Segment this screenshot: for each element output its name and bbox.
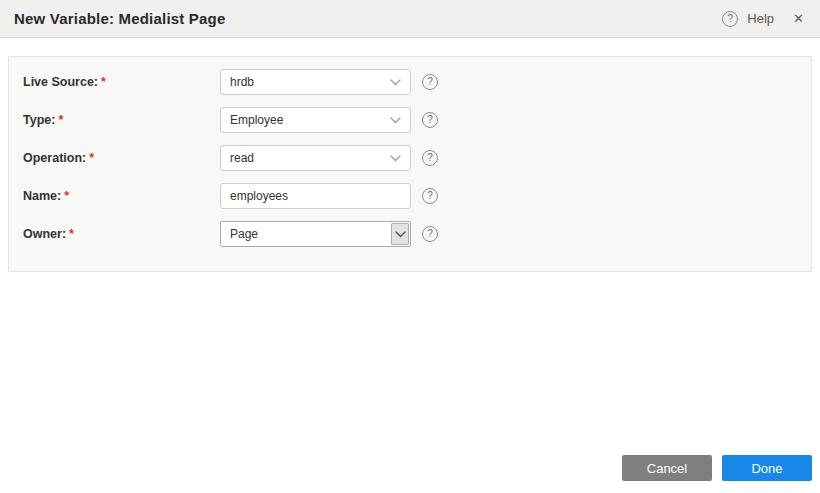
live-source-value: hrdb <box>230 75 254 89</box>
footer-actions: Cancel Done <box>622 455 812 481</box>
page-title: New Variable: Medialist Page <box>14 10 722 27</box>
live-source-help-icon[interactable]: ? <box>422 74 438 90</box>
required-asterisk: * <box>58 113 63 127</box>
required-asterisk: * <box>101 75 106 89</box>
live-source-dropdown[interactable]: hrdb <box>220 69 411 95</box>
type-value: Employee <box>230 113 283 127</box>
form-row: Type:* Employee ? <box>9 107 811 133</box>
dialog-header: New Variable: Medialist Page ? Help ✕ <box>0 0 820 38</box>
field-label: Name: <box>23 189 61 203</box>
chevron-down-icon <box>390 117 401 124</box>
new-variable-dialog: New Variable: Medialist Page ? Help ✕ Li… <box>0 0 820 493</box>
operation-field-wrap: read <box>220 145 411 171</box>
close-icon[interactable]: ✕ <box>793 11 804 26</box>
field-label: Owner: <box>23 227 66 241</box>
name-input[interactable] <box>220 183 411 209</box>
required-asterisk: * <box>64 189 69 203</box>
operation-value: read <box>230 151 254 165</box>
form-panel: Live Source:* hrdb ? Type:* Employee ? O… <box>8 56 812 272</box>
required-asterisk: * <box>89 151 94 165</box>
type-field-wrap: Employee <box>220 107 411 133</box>
help-icon[interactable]: ? <box>722 11 738 27</box>
operation-help-icon[interactable]: ? <box>422 150 438 166</box>
field-label: Operation: <box>23 151 86 165</box>
name-field-wrap <box>220 183 411 209</box>
chevron-down-icon <box>395 231 406 238</box>
required-asterisk: * <box>69 227 74 241</box>
field-label: Type: <box>23 113 55 127</box>
form-row: Name:* ? <box>9 183 811 209</box>
form-row: Owner:* Page ? <box>9 221 811 247</box>
owner-help-icon[interactable]: ? <box>422 226 438 242</box>
live-source-field-wrap: hrdb <box>220 69 411 95</box>
form-row: Operation:* read ? <box>9 145 811 171</box>
chevron-down-icon <box>390 155 401 162</box>
owner-value: Page <box>221 222 390 246</box>
owner-select[interactable]: Page <box>220 221 411 247</box>
owner-select-arrow[interactable] <box>391 223 409 245</box>
operation-dropdown[interactable]: read <box>220 145 411 171</box>
form-rows: Live Source:* hrdb ? Type:* Employee ? O… <box>9 69 811 247</box>
help-link[interactable]: Help <box>747 11 774 26</box>
done-button[interactable]: Done <box>722 455 812 481</box>
chevron-down-icon <box>390 79 401 86</box>
field-label: Live Source: <box>23 75 98 89</box>
header-actions: ? Help ✕ <box>722 11 804 27</box>
owner-field-wrap: Page <box>220 221 411 247</box>
name-help-icon[interactable]: ? <box>422 188 438 204</box>
type-dropdown[interactable]: Employee <box>220 107 411 133</box>
form-row: Live Source:* hrdb ? <box>9 69 811 95</box>
type-help-icon[interactable]: ? <box>422 112 438 128</box>
cancel-button[interactable]: Cancel <box>622 455 712 481</box>
